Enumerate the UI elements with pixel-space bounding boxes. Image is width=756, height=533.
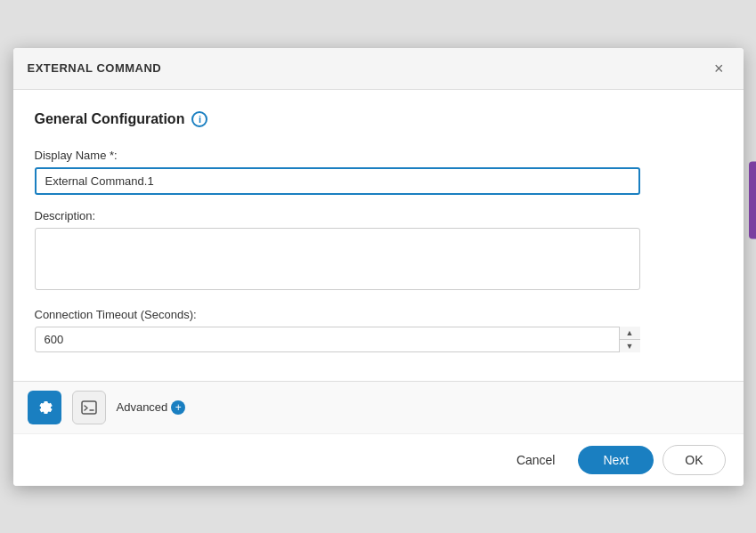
cancel-button[interactable]: Cancel bbox=[502, 446, 570, 474]
app-data-tab[interactable]: ‹ App Data bbox=[749, 161, 757, 238]
spinner-down-button[interactable]: ▼ bbox=[620, 340, 640, 352]
display-name-group: Display Name *: bbox=[35, 149, 722, 195]
connection-timeout-label: Connection Timeout (Seconds): bbox=[35, 308, 722, 321]
svg-rect-0 bbox=[82, 401, 96, 414]
connection-timeout-wrapper: ▲ ▼ bbox=[35, 327, 640, 352]
connection-timeout-group: Connection Timeout (Seconds): ▲ ▼ bbox=[35, 308, 722, 352]
section-title-text: General Configuration bbox=[35, 111, 185, 127]
description-group: Description: bbox=[35, 209, 722, 294]
connection-timeout-input[interactable] bbox=[35, 327, 640, 352]
dialog-body: ‹ App Data General Configuration i Displ… bbox=[13, 90, 744, 381]
gear-icon bbox=[36, 399, 53, 416]
terminal-toolbar-button[interactable] bbox=[72, 391, 106, 424]
terminal-icon bbox=[80, 399, 98, 416]
spinner-up-button[interactable]: ▲ bbox=[620, 327, 640, 340]
display-name-input[interactable] bbox=[35, 167, 640, 195]
info-icon[interactable]: i bbox=[191, 111, 207, 127]
advanced-button[interactable]: Advanced + bbox=[117, 400, 186, 415]
advanced-plus-icon: + bbox=[171, 400, 185, 415]
section-title: General Configuration i bbox=[35, 111, 722, 127]
spinner-buttons: ▲ ▼ bbox=[619, 327, 640, 352]
description-label: Description: bbox=[35, 209, 722, 222]
ok-button[interactable]: OK bbox=[663, 445, 725, 475]
dialog-title: EXTERNAL COMMAND bbox=[28, 61, 162, 75]
dialog-toolbar: Advanced + bbox=[13, 381, 744, 433]
next-button[interactable]: Next bbox=[578, 446, 654, 474]
dialog-footer: Cancel Next OK bbox=[13, 433, 744, 486]
close-button[interactable]: × bbox=[709, 59, 729, 78]
advanced-label: Advanced bbox=[117, 400, 168, 414]
gear-toolbar-button[interactable] bbox=[28, 391, 61, 424]
display-name-label: Display Name *: bbox=[35, 149, 722, 162]
description-textarea[interactable] bbox=[35, 228, 640, 290]
external-command-dialog: EXTERNAL COMMAND × ‹ App Data General Co… bbox=[13, 48, 744, 486]
dialog-header: EXTERNAL COMMAND × bbox=[13, 48, 744, 90]
